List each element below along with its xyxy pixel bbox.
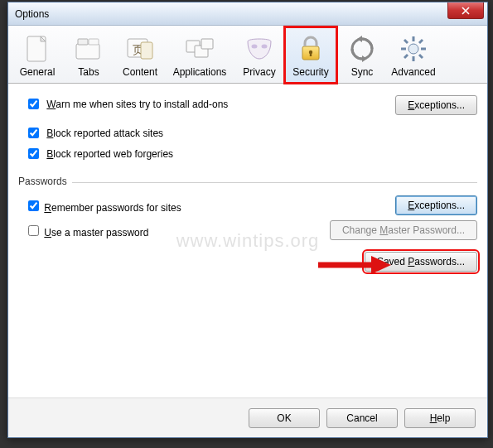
exceptions-text: xceptions... [414, 99, 465, 111]
svg-rect-7 [141, 42, 152, 59]
tab-label: Privacy [243, 66, 275, 78]
svg-point-11 [252, 45, 258, 49]
category-toolbar: General Tabs 页 Content Applications Priv… [8, 26, 487, 84]
block-attack-text: lock reported attack sites [53, 128, 163, 139]
svg-line-23 [404, 40, 408, 43]
close-icon [462, 7, 470, 15]
close-button[interactable] [447, 2, 484, 19]
tab-privacy[interactable]: Privacy [234, 27, 285, 83]
mask-icon [243, 33, 276, 65]
tab-label: Sync [351, 66, 374, 78]
block-attack-checkbox[interactable] [28, 128, 39, 138]
remember-row: Remember passwords for sites Exceptions.… [18, 193, 477, 218]
master-checkbox[interactable] [28, 225, 39, 236]
warn-addons-label: Warn me when sites try to install add-on… [46, 99, 228, 110]
passwords-exceptions-button[interactable]: Exceptions... [395, 195, 477, 215]
svg-line-24 [419, 55, 423, 58]
block-forgeries-text: lock reported web forgeries [53, 148, 173, 160]
cancel-button[interactable]: Cancel [326, 408, 398, 428]
warn-addons-text: arn me when sites try to install add-ons [56, 99, 228, 110]
svg-rect-10 [201, 39, 213, 49]
block-forgeries-checkbox[interactable] [28, 148, 39, 159]
saved-passwords-button[interactable]: Saved Passwords... [365, 252, 477, 272]
addons-exceptions-button[interactable]: Exceptions... [395, 95, 477, 115]
tab-security[interactable]: Security [285, 27, 336, 83]
svg-rect-4 [89, 39, 99, 45]
tab-sync[interactable]: Sync [336, 27, 388, 83]
tab-content[interactable]: 页 Content [114, 27, 166, 83]
tab-tabs[interactable]: Tabs [63, 27, 114, 83]
tab-advanced[interactable]: Advanced [388, 27, 439, 83]
tabs-icon [72, 33, 105, 65]
tab-general[interactable]: General [12, 27, 63, 83]
block-attack-label: Block reported attack sites [46, 128, 163, 139]
tab-label: Tabs [78, 66, 99, 78]
pw-exceptions-text: xceptions... [414, 200, 465, 211]
sync-icon [346, 33, 379, 65]
help-button[interactable]: Help [404, 408, 476, 428]
passwords-title: Passwords [18, 176, 72, 187]
tab-label: Advanced [391, 66, 435, 78]
svg-rect-2 [76, 44, 99, 59]
tab-applications[interactable]: Applications [166, 27, 234, 83]
tab-label: Applications [173, 66, 227, 78]
svg-line-26 [404, 55, 408, 58]
content-icon: 页 [123, 33, 157, 65]
tab-label: Security [292, 66, 328, 78]
block-attack-row: Block reported attack sites [18, 123, 477, 143]
block-forgeries-row: Block reported web forgeries [18, 143, 477, 164]
ok-button[interactable]: OK [249, 408, 320, 428]
passwords-group: Passwords Remember passwords for sites E… [18, 182, 477, 274]
security-panel: Warn me when sites try to install add-on… [8, 84, 487, 397]
master-row: Use a master password Change Master Pass… [18, 218, 477, 243]
options-window: Options General Tabs 页 Content [7, 2, 488, 438]
master-label: Use a master password [44, 227, 148, 238]
page-icon [21, 33, 54, 65]
svg-rect-3 [78, 39, 88, 45]
svg-point-18 [408, 44, 418, 54]
dialog-buttons: OK Cancel Help [8, 397, 487, 437]
remember-label: Remember passwords for sites [44, 202, 181, 214]
tab-label: Content [123, 66, 157, 78]
warn-addons-checkbox[interactable] [28, 99, 39, 109]
tab-label: General [20, 66, 56, 78]
lock-icon [294, 33, 327, 65]
block-forgeries-label: Block reported web forgeries [46, 148, 173, 160]
svg-rect-15 [310, 52, 312, 56]
remember-text: emember passwords for sites [51, 202, 181, 214]
window-title: Options [15, 8, 49, 20]
svg-point-12 [262, 45, 268, 49]
svg-marker-17 [362, 55, 367, 62]
change-master-button: Change Master Password... [330, 220, 477, 240]
master-text: se a master password [51, 227, 148, 238]
applications-icon [183, 33, 216, 65]
remember-checkbox[interactable] [28, 200, 39, 211]
titlebar: Options [8, 2, 487, 26]
gear-icon [397, 33, 430, 65]
svg-line-25 [419, 40, 423, 43]
saved-row: Saved Passwords... [18, 249, 477, 274]
